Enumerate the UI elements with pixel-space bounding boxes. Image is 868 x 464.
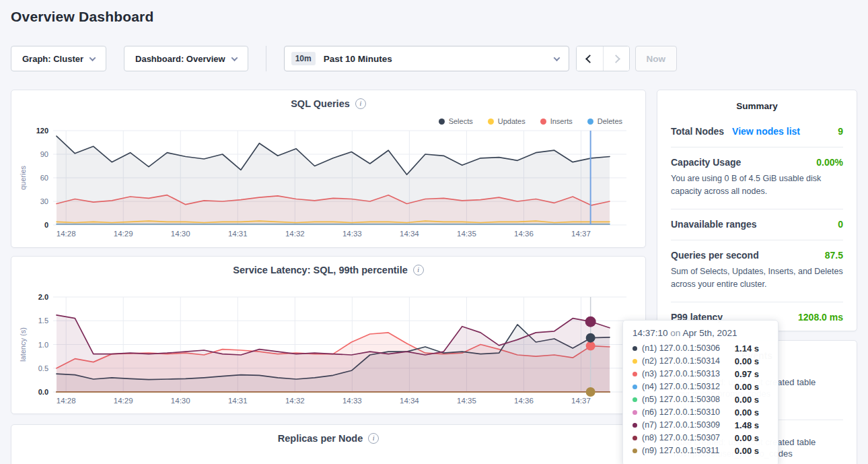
svg-text:0.5: 0.5 xyxy=(38,364,48,372)
tooltip-node-row: (n8) 127.0.0.1:503070.00 s xyxy=(632,432,778,444)
tooltip-node-address: (n2) 127.0.0.1:50314 xyxy=(642,355,720,368)
sql-queries-plot[interactable]: 030609012014:2814:2914:3014:3114:3214:33… xyxy=(11,90,647,248)
time-range-picker[interactable]: 10m Past 10 Minutes xyxy=(284,46,569,71)
node-color-dot-icon xyxy=(632,359,637,364)
svg-text:1.0: 1.0 xyxy=(38,341,48,349)
tooltip-node-row: (n5) 127.0.0.1:503080.00 s xyxy=(632,393,778,406)
tooltip-node-row: (n6) 127.0.0.1:503100.00 s xyxy=(632,406,778,419)
tooltip-node-row: (n1) 127.0.0.1:503061.14 s xyxy=(632,342,778,355)
tooltip-node-address: (n1) 127.0.0.1:50306 xyxy=(642,342,720,355)
tooltip-node-address: (n9) 127.0.0.1:50311 xyxy=(642,444,719,457)
service-latency-chart-card: Service Latency: SQL, 99th percentile i … xyxy=(11,256,646,414)
summary-row-label: Unavailable ranges xyxy=(671,219,757,230)
summary-row: Unavailable ranges0 xyxy=(671,209,843,240)
sql-queries-chart-card: SQL Queries i SelectsUpdatesInsertsDelet… xyxy=(11,90,646,248)
summary-panel: Summary Total NodesView nodes list9Capac… xyxy=(657,90,857,331)
summary-row-value: 87.5 xyxy=(825,250,843,261)
svg-text:14:30: 14:30 xyxy=(171,397,190,405)
time-prev-button[interactable] xyxy=(577,46,603,71)
summary-row-value: 9 xyxy=(838,126,843,137)
chevron-left-icon xyxy=(585,55,594,63)
time-range-label: Past 10 Minutes xyxy=(324,54,392,64)
dashboard-dropdown[interactable]: Dashboard: Overview xyxy=(124,46,248,71)
chart-head: Replicas per Node i xyxy=(11,433,645,444)
svg-text:14:37: 14:37 xyxy=(571,230,591,238)
svg-text:14:28: 14:28 xyxy=(57,397,76,405)
summary-title: Summary xyxy=(671,90,843,117)
svg-text:14:33: 14:33 xyxy=(342,397,362,405)
tooltip-node-address: (n4) 127.0.0.1:50312 xyxy=(642,380,720,393)
summary-row-value: 1208.0 ms xyxy=(798,312,843,323)
node-color-dot-icon xyxy=(632,346,637,351)
summary-row: Capacity Usage0.00%You are using 0 B of … xyxy=(671,147,843,209)
tooltip-node-address: (n7) 127.0.0.1:50309 xyxy=(642,419,720,432)
tooltip-timestamp: 14:37:10 on Apr 5th, 2021 xyxy=(632,328,778,338)
view-nodes-list-link[interactable]: View nodes list xyxy=(732,126,800,137)
page-title: Overview Dashboard xyxy=(11,9,154,25)
tooltip-node-latency: 0.00 s xyxy=(735,380,759,393)
svg-text:14:33: 14:33 xyxy=(342,230,362,238)
svg-text:14:32: 14:32 xyxy=(285,230,305,238)
tooltip-node-row: (n4) 127.0.0.1:503120.00 s xyxy=(632,380,778,393)
toolbar-divider xyxy=(266,46,266,71)
svg-text:14:34: 14:34 xyxy=(400,230,419,238)
now-button[interactable]: Now xyxy=(635,46,677,71)
node-color-dot-icon xyxy=(632,423,637,428)
svg-text:0.0: 0.0 xyxy=(38,388,48,396)
summary-row: Total NodesView nodes list9 xyxy=(671,117,843,147)
chevron-down-icon xyxy=(553,55,560,61)
summary-row: Queries per second87.5Sum of Selects, Up… xyxy=(671,240,843,302)
tooltip-node-latency: 1.48 s xyxy=(735,419,759,432)
node-color-dot-icon xyxy=(632,397,637,402)
summary-row-subtext: Sum of Selects, Updates, Inserts, and De… xyxy=(671,265,843,292)
chevron-down-icon xyxy=(231,55,238,61)
tooltip-node-row: (n9) 127.0.0.1:503110.00 s xyxy=(632,444,778,457)
svg-text:14:35: 14:35 xyxy=(457,397,476,405)
tooltip-node-latency: 0.00 s xyxy=(735,355,759,368)
summary-inner: Summary Total NodesView nodes list9Capac… xyxy=(657,90,857,333)
tooltip-node-latency: 0.00 s xyxy=(735,393,759,406)
time-step-buttons xyxy=(576,46,630,71)
svg-text:0: 0 xyxy=(44,221,48,229)
tooltip-node-address: (n5) 127.0.0.1:50308 xyxy=(642,393,720,406)
summary-row-subtext: You are using 0 B of 4.5 GiB usable disk… xyxy=(671,172,843,199)
toolbar: Graph: Cluster Dashboard: Overview 10m P… xyxy=(11,46,677,71)
tooltip-node-address: (n3) 127.0.0.1:50313 xyxy=(642,368,720,380)
overview-dashboard-page: Overview Dashboard Graph: Cluster Dashbo… xyxy=(0,0,868,464)
tooltip-node-row: (n7) 127.0.0.1:503091.48 s xyxy=(632,419,778,432)
svg-text:14:29: 14:29 xyxy=(114,230,133,238)
svg-text:30: 30 xyxy=(40,197,48,205)
service-latency-plot[interactable]: 0.00.51.01.52.014:2814:2914:3014:3114:32… xyxy=(11,257,647,415)
svg-text:14:36: 14:36 xyxy=(514,397,534,405)
node-color-dot-icon xyxy=(632,372,637,376)
tooltip-node-latency: 1.14 s xyxy=(735,342,759,355)
svg-text:14:29: 14:29 xyxy=(114,397,133,405)
node-color-dot-icon xyxy=(632,385,637,389)
summary-row-value: 0.00% xyxy=(816,157,843,168)
dashboard-dropdown-label: Dashboard: Overview xyxy=(135,54,225,64)
graph-dropdown[interactable]: Graph: Cluster xyxy=(11,46,106,71)
time-next-button[interactable] xyxy=(603,46,629,71)
svg-text:14:31: 14:31 xyxy=(228,397,248,405)
summary-row-label: Capacity Usage xyxy=(671,157,741,168)
tooltip-node-latency: 0.00 s xyxy=(735,406,759,419)
summary-row-value: 0 xyxy=(838,219,843,230)
svg-text:60: 60 xyxy=(40,174,48,182)
svg-text:14:34: 14:34 xyxy=(400,397,419,405)
svg-text:14:30: 14:30 xyxy=(171,230,190,238)
svg-text:queries: queries xyxy=(19,165,27,190)
node-color-dot-icon xyxy=(632,449,637,453)
tooltip-node-row: (n2) 127.0.0.1:503140.00 s xyxy=(632,355,778,368)
svg-text:120: 120 xyxy=(36,127,48,135)
chart-hover-tooltip: 14:37:10 on Apr 5th, 2021 (n1) 127.0.0.1… xyxy=(622,320,779,464)
tooltip-node-address: (n8) 127.0.0.1:50307 xyxy=(642,432,720,444)
tooltip-node-row: (n3) 127.0.0.1:503130.97 s xyxy=(632,368,778,380)
time-range-badge: 10m xyxy=(291,52,316,65)
summary-row-label: Queries per second xyxy=(671,250,759,261)
svg-text:14:31: 14:31 xyxy=(228,230,248,238)
info-icon[interactable]: i xyxy=(368,433,379,444)
svg-text:1.5: 1.5 xyxy=(38,317,48,325)
svg-text:14:37: 14:37 xyxy=(571,397,591,405)
summary-row-label: Total Nodes xyxy=(671,126,724,137)
graph-dropdown-label: Graph: Cluster xyxy=(22,54,83,64)
